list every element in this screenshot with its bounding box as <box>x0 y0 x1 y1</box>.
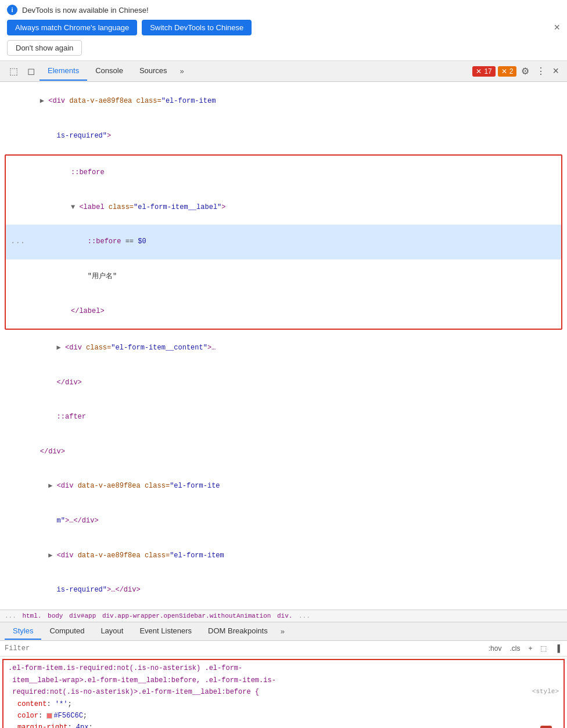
tab-console[interactable]: Console <box>87 62 131 81</box>
match-language-button[interactable]: Always match Chrome's language <box>7 20 137 35</box>
panel-tabs-more[interactable]: » <box>276 625 289 638</box>
warning-count: 2 <box>509 67 514 75</box>
html-viewer: ▶ <div data-v-ae89f8ea class="el-form-it… <box>0 82 567 610</box>
breadcrumb-html[interactable]: html. <box>22 612 41 619</box>
filter-actions: :hov .cls + ⬚ ▐ <box>486 643 562 654</box>
notification-buttons: Always match Chrome's language Switch De… <box>7 20 560 35</box>
notification-title: i DevTools is now available in Chinese! <box>7 5 560 15</box>
tab-sources[interactable]: Sources <box>131 62 175 81</box>
close-devtools-button[interactable]: × <box>549 63 562 80</box>
warning-badge: ✕ 2 <box>498 66 517 77</box>
prop-name-content: content <box>17 700 46 708</box>
tab-layout[interactable]: Layout <box>92 623 131 640</box>
breadcrumb-appwrapper[interactable]: div.app-wrapper.openSidebar.withoutAnima… <box>102 612 271 619</box>
html-line-6[interactable]: </label> <box>6 294 561 329</box>
css-source-1: <style> <box>532 686 559 697</box>
html-line-4[interactable]: ··· ::before == $0 <box>6 225 561 260</box>
html-line-2[interactable]: ::before <box>6 156 561 190</box>
add-style-button[interactable]: + <box>526 643 534 654</box>
css-rule-block-1: .el-form-item.is-required:not(.is-no-ast… <box>2 659 565 728</box>
scroll-indicator <box>540 726 552 728</box>
cls-button[interactable]: .cls <box>507 643 522 654</box>
html-line-9[interactable]: ::after <box>0 400 567 435</box>
html-line-11[interactable]: ▶ <div data-v-ae89f8ea class="el-form-it… <box>0 469 567 504</box>
styles-panel: :hov .cls + ⬚ ▐ .el-form-item.is-require… <box>0 641 567 728</box>
prop-value-margin: 4px <box>76 723 89 728</box>
html-line-8[interactable]: </div> <box>0 366 567 401</box>
prop-value-content: '*' <box>55 700 68 708</box>
inspect-icon[interactable]: ◻ <box>23 63 40 79</box>
dont-show-again-button[interactable]: Don't show again <box>7 40 82 56</box>
warning-icon: ✕ <box>501 67 507 75</box>
html-line-10[interactable]: </div> <box>0 435 567 470</box>
hov-button[interactable]: :hov <box>486 643 504 654</box>
error-icon: ✕ <box>476 67 482 75</box>
dont-show-row: Don't show again <box>7 40 560 56</box>
breadcrumb-dots: ... <box>5 612 16 619</box>
toggle-sidebar-button[interactable]: ▐ <box>552 643 562 654</box>
tab-styles[interactable]: Styles <box>5 623 41 640</box>
settings-button[interactable]: ⚙ <box>518 63 533 79</box>
breadcrumb: ... html. body div#app div.app-wrapper.o… <box>0 610 567 622</box>
tab-elements[interactable]: Elements <box>40 62 87 81</box>
html-line-12[interactable]: ▶ <div data-v-ae89f8ea class="el-form-it… <box>0 538 567 573</box>
close-notification-button[interactable]: × <box>554 21 560 34</box>
prop-value-color: #F56C6C <box>53 712 82 720</box>
error-badge: ✕ 17 <box>472 66 495 77</box>
html-line-11b[interactable]: m">…</div> <box>0 504 567 539</box>
notification-bar: i DevTools is now available in Chinese! … <box>0 0 567 61</box>
html-line-5[interactable]: "用户名" <box>6 260 561 294</box>
css-rule-1-props: content: '*'; color: #F56C6C; margin-rig… <box>8 698 559 728</box>
html-line-12b[interactable]: is-required">…</div> <box>0 573 567 608</box>
switch-chinese-button[interactable]: Switch DevTools to Chinese <box>142 20 252 35</box>
html-line-3[interactable]: ▼ <label class="el-form-item__label"> <box>6 190 561 225</box>
info-icon: i <box>7 5 17 15</box>
css-prop-color[interactable]: color: #F56C6C; <box>17 710 559 722</box>
copy-styles-button[interactable]: ⬚ <box>538 643 549 654</box>
notification-text: DevTools is now available in Chinese! <box>22 6 149 15</box>
tab-dom-breakpoints[interactable]: DOM Breakpoints <box>200 623 276 640</box>
devtools-tab-bar: ⬚ ◻ Elements Console Sources » ✕ 17 ✕ 2 … <box>0 61 567 82</box>
css-prop-margin[interactable]: margin-right: 4px; <box>17 722 559 728</box>
tab-computed[interactable]: Computed <box>41 623 92 640</box>
prop-name-color: color <box>17 712 38 720</box>
html-line-1b[interactable]: is-required"> <box>0 119 567 154</box>
css-rule-1-header: .el-form-item.is-required:not(.is-no-ast… <box>8 662 559 698</box>
color-swatch[interactable] <box>46 713 52 719</box>
cursor-icon[interactable]: ⬚ <box>5 63 23 79</box>
filter-input[interactable] <box>5 644 486 653</box>
css-selector-1[interactable]: .el-form-item.is-required:not(.is-no-ast… <box>8 664 276 696</box>
breadcrumb-div[interactable]: div. <box>277 612 292 619</box>
html-line-1[interactable]: ▶ <div data-v-ae89f8ea class="el-form-it… <box>0 84 567 119</box>
tab-event-listeners[interactable]: Event Listeners <box>131 623 200 640</box>
css-prop-content[interactable]: content: '*'; <box>17 698 559 710</box>
breadcrumb-body[interactable]: body <box>48 612 63 619</box>
panel-tab-bar: Styles Computed Layout Event Listeners D… <box>0 622 567 641</box>
html-line-7[interactable]: ▶ <div class="el-form-item__content">… <box>0 331 567 366</box>
more-options-button[interactable]: ⋮ <box>533 63 549 79</box>
prop-name-margin: margin-right <box>17 723 67 728</box>
error-count: 17 <box>484 67 491 75</box>
breadcrumb-end-dots: ... <box>299 612 310 619</box>
tabs-more-button[interactable]: » <box>175 64 189 78</box>
breadcrumb-divapp[interactable]: div#app <box>69 612 96 619</box>
filter-bar: :hov .cls + ⬚ ▐ <box>0 641 567 657</box>
red-outline-box: ::before ▼ <label class="el-form-item__l… <box>5 154 562 330</box>
